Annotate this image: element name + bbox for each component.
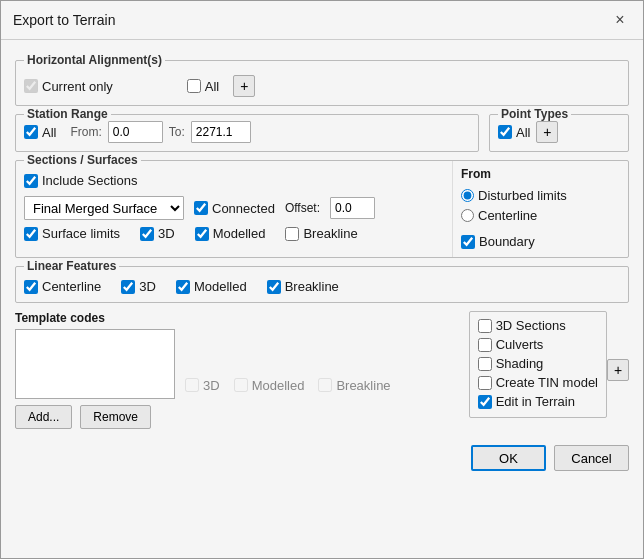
connected-checkbox-label[interactable]: Connected xyxy=(194,201,275,216)
dialog-title: Export to Terrain xyxy=(13,12,115,28)
export-to-terrain-dialog: Export to Terrain × Horizontal Alignment… xyxy=(0,0,644,559)
all-alignment-checkbox-label[interactable]: All xyxy=(187,79,219,94)
dialog-footer: OK Cancel xyxy=(1,439,643,483)
linear-3d-checkbox[interactable] xyxy=(121,280,135,294)
tmpl-modelled-checkbox-label[interactable]: Modelled xyxy=(234,378,305,393)
surf-modelled-checkbox-label[interactable]: Modelled xyxy=(195,226,266,241)
culverts-text: Culverts xyxy=(496,337,544,352)
include-sections-row: Include Sections xyxy=(24,173,444,188)
include-sections-checkbox-label[interactable]: Include Sections xyxy=(24,173,444,188)
horizontal-alignment-label: Horizontal Alignment(s) xyxy=(24,53,165,67)
cancel-button[interactable]: Cancel xyxy=(554,445,629,471)
bottom-content: Template codes Add... Remove 3D Modelled xyxy=(15,311,629,429)
to-input[interactable] xyxy=(191,121,251,143)
create-tin-checkbox-label[interactable]: Create TIN model xyxy=(478,375,598,390)
point-types-plus-button[interactable]: + xyxy=(536,121,558,143)
linear-modelled-checkbox[interactable] xyxy=(176,280,190,294)
linear-breakline-checkbox[interactable] xyxy=(267,280,281,294)
add-button[interactable]: Add... xyxy=(15,405,72,429)
titlebar: Export to Terrain × xyxy=(1,1,643,40)
station-all-checkbox[interactable] xyxy=(24,125,38,139)
surf-modelled-checkbox[interactable] xyxy=(195,227,209,241)
remove-button[interactable]: Remove xyxy=(80,405,151,429)
disturbed-limits-radio-label[interactable]: Disturbed limits xyxy=(461,188,620,203)
template-codes-label: Template codes xyxy=(15,311,175,325)
sections-surfaces-main: Include Sections Final Merged Surface Co… xyxy=(16,161,628,257)
tmpl-breakline-checkbox-label[interactable]: Breakline xyxy=(318,378,390,393)
tmpl-breakline-checkbox[interactable] xyxy=(318,378,332,392)
point-all-text: All xyxy=(516,125,530,140)
surf-modelled-text: Modelled xyxy=(213,226,266,241)
surface-limits-checkbox-label[interactable]: Surface limits xyxy=(24,226,120,241)
template-codes-checkboxes: 3D Modelled Breakline xyxy=(185,311,391,429)
culverts-checkbox[interactable] xyxy=(478,338,492,352)
surf-3d-checkbox-label[interactable]: 3D xyxy=(140,226,175,241)
surface-row2: Surface limits 3D Modelled Breaklin xyxy=(24,226,444,241)
tmpl-3d-checkbox-label[interactable]: 3D xyxy=(185,378,220,393)
edit-in-terrain-checkbox[interactable] xyxy=(478,395,492,409)
3d-sections-text: 3D Sections xyxy=(496,318,566,333)
surf-breakline-checkbox-label[interactable]: Breakline xyxy=(285,226,357,241)
surface-dropdown[interactable]: Final Merged Surface xyxy=(24,196,184,220)
all-alignment-text: All xyxy=(205,79,219,94)
connected-checkbox[interactable] xyxy=(194,201,208,215)
disturbed-limits-text: Disturbed limits xyxy=(478,188,567,203)
from-label: From: xyxy=(70,125,101,139)
create-tin-checkbox[interactable] xyxy=(478,376,492,390)
surf-breakline-checkbox[interactable] xyxy=(285,227,299,241)
surface-limits-checkbox[interactable] xyxy=(24,227,38,241)
ok-button[interactable]: OK xyxy=(471,445,546,471)
include-sections-checkbox[interactable] xyxy=(24,174,38,188)
sections-surfaces-right: From Disturbed limits Centerline Boundar… xyxy=(453,161,628,257)
shading-checkbox[interactable] xyxy=(478,357,492,371)
tmpl-breakline-text: Breakline xyxy=(336,378,390,393)
options-column: 3D Sections Culverts Shading Create xyxy=(478,318,598,409)
3d-sections-checkbox[interactable] xyxy=(478,319,492,333)
right-options-plus-button[interactable]: + xyxy=(607,359,629,381)
linear-centerline-checkbox-label[interactable]: Centerline xyxy=(24,279,101,294)
connected-text: Connected xyxy=(212,201,275,216)
linear-features-label: Linear Features xyxy=(24,259,119,273)
tmpl-3d-checkbox[interactable] xyxy=(185,378,199,392)
close-button[interactable]: × xyxy=(609,9,631,31)
culverts-checkbox-label[interactable]: Culverts xyxy=(478,337,598,352)
station-all-checkbox-label[interactable]: All xyxy=(24,125,56,140)
linear-3d-text: 3D xyxy=(139,279,156,294)
boundary-checkbox-label[interactable]: Boundary xyxy=(461,234,620,249)
point-all-checkbox[interactable] xyxy=(498,125,512,139)
horizontal-plus-button[interactable]: + xyxy=(233,75,255,97)
offset-input[interactable] xyxy=(330,197,375,219)
linear-centerline-checkbox[interactable] xyxy=(24,280,38,294)
linear-breakline-text: Breakline xyxy=(285,279,339,294)
linear-centerline-text: Centerline xyxy=(42,279,101,294)
boundary-checkbox[interactable] xyxy=(461,235,475,249)
template-codes-section: Template codes Add... Remove xyxy=(15,311,175,429)
centerline-radio-label[interactable]: Centerline xyxy=(461,208,620,223)
linear-breakline-checkbox-label[interactable]: Breakline xyxy=(267,279,339,294)
linear-3d-checkbox-label[interactable]: 3D xyxy=(121,279,156,294)
boundary-text: Boundary xyxy=(479,234,535,249)
right-options-container: 3D Sections Culverts Shading Create xyxy=(469,311,629,429)
all-alignment-checkbox[interactable] xyxy=(187,79,201,93)
shading-checkbox-label[interactable]: Shading xyxy=(478,356,598,371)
include-sections-text: Include Sections xyxy=(42,173,137,188)
linear-modelled-checkbox-label[interactable]: Modelled xyxy=(176,279,247,294)
surface-row1: Final Merged Surface Connected Offset: xyxy=(24,196,444,220)
disturbed-limits-radio[interactable] xyxy=(461,189,474,202)
linear-modelled-text: Modelled xyxy=(194,279,247,294)
current-only-checkbox-label[interactable]: Current only xyxy=(24,79,113,94)
edit-in-terrain-checkbox-label[interactable]: Edit in Terrain xyxy=(478,394,598,409)
tmpl-modelled-checkbox[interactable] xyxy=(234,378,248,392)
template-codes-list[interactable] xyxy=(15,329,175,399)
surf-3d-checkbox[interactable] xyxy=(140,227,154,241)
right-options-group: 3D Sections Culverts Shading Create xyxy=(469,311,607,418)
current-only-checkbox[interactable] xyxy=(24,79,38,93)
3d-sections-checkbox-label[interactable]: 3D Sections xyxy=(478,318,598,333)
centerline-radio[interactable] xyxy=(461,209,474,222)
sections-surfaces-group: Sections / Surfaces Include Sections Fin… xyxy=(15,160,629,258)
point-all-checkbox-label[interactable]: All xyxy=(498,125,530,140)
sections-surfaces-left: Include Sections Final Merged Surface Co… xyxy=(16,161,453,257)
linear-features-row: Centerline 3D Modelled Breakline xyxy=(24,279,620,294)
from-input[interactable] xyxy=(108,121,163,143)
point-types-row: All + xyxy=(498,121,620,143)
